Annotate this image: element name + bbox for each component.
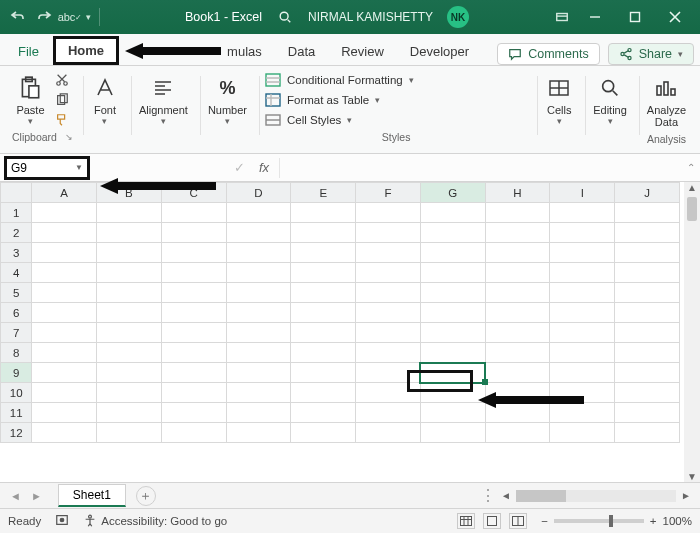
cell[interactable] — [615, 323, 680, 343]
cell[interactable] — [32, 223, 97, 243]
cell[interactable] — [291, 343, 356, 363]
cell[interactable] — [32, 383, 97, 403]
cell[interactable] — [97, 243, 162, 263]
cell[interactable] — [97, 403, 162, 423]
cell[interactable] — [226, 423, 291, 443]
cell[interactable] — [615, 203, 680, 223]
cell[interactable] — [291, 363, 356, 383]
cell[interactable] — [226, 343, 291, 363]
cell[interactable] — [32, 203, 97, 223]
format-as-table-button[interactable]: Format as Table▾ — [265, 92, 414, 108]
cell[interactable] — [32, 363, 97, 383]
cell[interactable] — [356, 383, 421, 403]
tab-review[interactable]: Review — [329, 38, 396, 65]
number-button[interactable]: % Number ▾ — [206, 72, 249, 128]
cell[interactable] — [32, 343, 97, 363]
cell[interactable] — [615, 403, 680, 423]
cell[interactable] — [420, 323, 485, 343]
cell[interactable] — [291, 323, 356, 343]
scroll-up-icon[interactable]: ▲ — [687, 182, 697, 193]
zoom-out-icon[interactable]: − — [541, 515, 548, 527]
cell[interactable] — [356, 283, 421, 303]
column-header[interactable]: D — [226, 183, 291, 203]
cell[interactable] — [615, 343, 680, 363]
cell[interactable] — [97, 343, 162, 363]
cell[interactable] — [615, 423, 680, 443]
cell[interactable] — [550, 243, 615, 263]
cell[interactable] — [97, 223, 162, 243]
cell[interactable] — [97, 263, 162, 283]
cell[interactable] — [291, 403, 356, 423]
cell[interactable] — [550, 303, 615, 323]
cells-button[interactable]: Cells ▾ — [543, 72, 575, 128]
cell[interactable] — [420, 423, 485, 443]
cell[interactable] — [161, 343, 226, 363]
cell[interactable] — [161, 243, 226, 263]
cell[interactable] — [420, 343, 485, 363]
cell[interactable] — [161, 283, 226, 303]
redo-icon[interactable] — [34, 7, 54, 27]
cell[interactable] — [550, 383, 615, 403]
cell[interactable] — [161, 403, 226, 423]
row-header[interactable]: 8 — [1, 343, 32, 363]
undo-icon[interactable] — [8, 7, 28, 27]
cell[interactable] — [356, 203, 421, 223]
cell[interactable] — [356, 303, 421, 323]
cell[interactable] — [356, 263, 421, 283]
cell[interactable] — [615, 383, 680, 403]
row-header[interactable]: 4 — [1, 263, 32, 283]
cell[interactable] — [97, 283, 162, 303]
horizontal-scrollbar[interactable]: ⋮ ◄ ► — [480, 486, 700, 505]
cell[interactable] — [161, 363, 226, 383]
cell[interactable] — [356, 223, 421, 243]
cell[interactable] — [226, 323, 291, 343]
format-painter-icon[interactable] — [53, 112, 71, 128]
cell[interactable] — [32, 403, 97, 423]
normal-view-icon[interactable] — [457, 513, 475, 529]
cancel-formula-icon[interactable]: ✓ — [234, 160, 245, 175]
cell[interactable] — [32, 263, 97, 283]
editing-button[interactable]: Editing ▾ — [591, 72, 629, 128]
cell[interactable] — [32, 423, 97, 443]
column-header[interactable]: J — [615, 183, 680, 203]
cell[interactable] — [485, 343, 550, 363]
new-sheet-button[interactable]: ＋ — [136, 486, 156, 506]
insert-function-icon[interactable]: fx — [259, 160, 269, 175]
cell[interactable] — [420, 303, 485, 323]
cell[interactable] — [356, 243, 421, 263]
page-break-view-icon[interactable] — [509, 513, 527, 529]
cell[interactable] — [226, 243, 291, 263]
cell[interactable] — [485, 243, 550, 263]
cell[interactable] — [356, 423, 421, 443]
cell[interactable] — [161, 263, 226, 283]
cell[interactable] — [356, 403, 421, 423]
cell[interactable] — [161, 383, 226, 403]
cell[interactable] — [161, 223, 226, 243]
cell[interactable] — [161, 303, 226, 323]
cell[interactable] — [485, 403, 550, 423]
cut-icon[interactable] — [53, 72, 71, 88]
cell[interactable] — [615, 363, 680, 383]
sheet-nav-prev-icon[interactable]: ◄ — [10, 490, 21, 502]
cell[interactable] — [550, 343, 615, 363]
cell[interactable] — [32, 323, 97, 343]
cell[interactable] — [485, 203, 550, 223]
paste-button[interactable]: Paste ▾ — [14, 72, 46, 128]
cell[interactable] — [550, 363, 615, 383]
conditional-formatting-button[interactable]: Conditional Formatting▾ — [265, 72, 414, 88]
share-button[interactable]: Share ▾ — [608, 43, 694, 65]
cell[interactable] — [550, 423, 615, 443]
row-header[interactable]: 5 — [1, 283, 32, 303]
cell[interactable] — [356, 323, 421, 343]
cell[interactable] — [97, 363, 162, 383]
zoom-control[interactable]: − + 100% — [541, 515, 692, 527]
cell[interactable] — [97, 423, 162, 443]
row-header[interactable]: 2 — [1, 223, 32, 243]
cell[interactable] — [420, 263, 485, 283]
cell[interactable] — [226, 363, 291, 383]
cell[interactable] — [550, 263, 615, 283]
cell[interactable] — [291, 263, 356, 283]
cell[interactable] — [226, 223, 291, 243]
cell[interactable] — [291, 243, 356, 263]
row-header[interactable]: 7 — [1, 323, 32, 343]
